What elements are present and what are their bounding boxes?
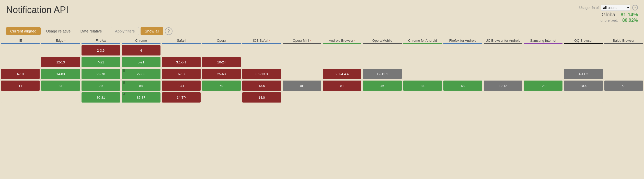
stats-help-button[interactable]: ?: [632, 5, 638, 10]
cell-ios-r1: [242, 45, 281, 55]
col-header-chrome: Chrome: [121, 38, 161, 44]
cell-opmin-r5: [283, 92, 321, 103]
cell-baidu-r3: [604, 69, 643, 79]
cell-ios-r2: [242, 57, 281, 67]
cell-opera-r4: 69: [202, 81, 241, 91]
cell-firefox-r4: 79: [82, 81, 120, 91]
user-type-select[interactable]: all users tracked users: [601, 5, 630, 11]
cell-samsung-r3: [524, 69, 562, 79]
browser-table: IE Edge * Firefox Chrome: [0, 37, 644, 104]
browser-table-wrapper: IE Edge * Firefox Chrome: [0, 37, 644, 104]
cell-ucadr-r3: [484, 69, 522, 79]
pct-of-label: % of: [592, 6, 599, 10]
col-header-samsung: Samsung Internet: [523, 38, 563, 44]
cell-chrome-r2: −5-21: [122, 57, 160, 67]
col-header-ios-safari: iOS Safari *: [242, 38, 281, 44]
unprefixed-label: unprefixed:: [601, 18, 618, 23]
cell-opmo-r4: 46: [363, 81, 401, 91]
cell-chradr-r1: [403, 45, 442, 55]
current-aligned-button[interactable]: Current aligned: [6, 27, 41, 35]
cell-ffadr-r5: [443, 92, 482, 103]
cell-ucadr-r5: [484, 92, 522, 103]
cell-ios-r3: 3.2-13.3: [242, 69, 281, 79]
cell-ie-r3: 6-10: [1, 69, 40, 79]
cell-opmin-r2: [283, 57, 321, 67]
cell-ffadr-r3: [443, 69, 482, 79]
cell-adr-r1: [323, 45, 361, 55]
filter-help-button[interactable]: ?: [165, 27, 172, 35]
cell-safari-r3: 6-13: [162, 69, 201, 79]
cell-edge-r4: 84: [41, 81, 80, 91]
cell-edge-r3: 14-83: [41, 69, 80, 79]
cell-chradr-r2: [403, 57, 442, 67]
cell-chrome-r1: 4: [122, 45, 160, 55]
cell-qq-r1: [564, 45, 603, 55]
note-badge: 1: [123, 69, 125, 72]
cell-opmin-r3: [283, 69, 321, 79]
cell-chrome-r4: 184: [122, 81, 160, 91]
cell-safari-r1: [162, 45, 201, 55]
cell-opmin-r4: all: [283, 81, 321, 91]
cell-ie-r4: 11: [1, 81, 40, 91]
date-relative-button[interactable]: Date relative: [76, 27, 106, 35]
table-row: 12-13 −4-21 −5-21 3.1-5.1 10-24: [1, 57, 643, 68]
cell-firefox-r3: 22-78: [82, 69, 120, 79]
cell-firefox-r5: 80-81: [82, 92, 120, 103]
cell-chradr-r4: 84: [403, 81, 442, 91]
cell-safari-r5: 14-TP: [162, 92, 201, 103]
cell-chrome-r3: 122-83: [122, 69, 160, 79]
table-row: 6-10 14-83 22-78 122-83 6-13 25-68 3.2-1…: [1, 68, 643, 80]
cell-qq-r5: [564, 92, 603, 103]
cell-qq-r4: 10.4: [564, 81, 603, 91]
unprefixed-value: 80.92%: [622, 18, 638, 23]
apply-filters-button[interactable]: Apply filters: [111, 27, 139, 35]
cell-opera-r5: [202, 92, 241, 103]
table-row: 80-81 185-87 14-TP 14.0: [1, 92, 643, 103]
col-header-opera-mobile: Opera Mobile: [362, 38, 402, 44]
minus-badge: −: [118, 58, 119, 61]
global-label: Global: [602, 12, 616, 18]
usage-label: Usage: [579, 6, 590, 10]
show-all-button[interactable]: Show all: [141, 27, 163, 35]
cell-ffadr-r2: [443, 57, 482, 67]
cell-safari-r2: 3.1-5.1: [162, 57, 201, 67]
cell-opmo-r3: 12-12.1: [363, 69, 401, 79]
col-header-firefox: Firefox: [81, 38, 121, 44]
col-header-qq: QQ Browser: [564, 38, 603, 44]
cell-baidu-r1: [604, 45, 643, 55]
cell-ie-r2: [1, 57, 40, 67]
usage-relative-button[interactable]: Usage relative: [42, 27, 75, 35]
cell-baidu-r5: [604, 92, 643, 103]
cell-ucadr-r2: [484, 57, 522, 67]
filter-bar: Current aligned Usage relative Date rela…: [0, 25, 644, 37]
cell-opera-r3: 25-68: [202, 69, 241, 79]
cell-samsung-r2: [524, 57, 562, 67]
col-header-android-browser: Android Browser *: [322, 38, 362, 44]
cell-opera-r2: 10-24: [202, 57, 241, 67]
cell-chradr-r3: [403, 69, 442, 79]
col-header-chrome-android: Chrome for Android: [403, 38, 442, 44]
cell-firefox-r1: 2-3.6: [82, 45, 120, 55]
col-header-baidu: Baidu Browser: [604, 38, 643, 44]
minus-badge: −: [158, 58, 159, 61]
cell-safari-r4: 13.1: [162, 81, 201, 91]
cell-samsung-r1: [524, 45, 562, 55]
cell-ucadr-r1: [484, 45, 522, 55]
user-type-select-wrapper[interactable]: all users tracked users: [601, 5, 630, 11]
global-value: 81.14%: [620, 12, 638, 18]
cell-qq-r2: [564, 57, 603, 67]
cell-opmin-r1: [283, 45, 321, 55]
cell-opmo-r1: [363, 45, 401, 55]
col-header-opera-mini: Opera Mini *: [282, 38, 322, 44]
note-badge: 1: [123, 81, 125, 84]
cell-samsung-r4: 12.0: [524, 81, 562, 91]
cell-adr-r3: 2.1-4.4.4: [323, 69, 361, 79]
cell-edge-r5: [41, 92, 80, 103]
cell-ie-r5: [1, 92, 40, 103]
cell-edge-r1: [41, 45, 80, 55]
note-badge: 1: [123, 93, 125, 95]
cell-edge-r2: 12-13: [41, 57, 80, 67]
col-header-safari: Safari: [162, 38, 201, 44]
cell-adr-r2: [323, 57, 361, 67]
cell-firefox-r2: −4-21: [82, 57, 120, 67]
